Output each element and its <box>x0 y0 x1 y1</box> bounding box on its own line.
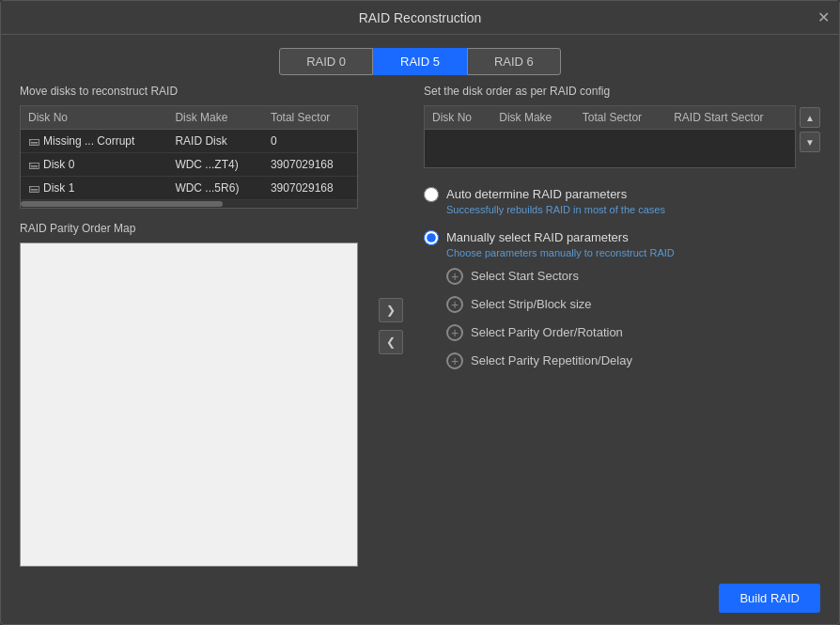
row1-diskmake: WDC ...ZT4) <box>167 153 263 177</box>
tab-raid6[interactable]: RAID 6 <box>467 48 561 75</box>
option-parity-order-label: Select Parity Order/Rotation <box>471 325 623 339</box>
content-area: Move disks to reconstruct RAID Disk No D… <box>1 85 839 576</box>
table-row[interactable]: 🖴Disk 1 WDC ...5R6) 3907029168 <box>21 177 357 200</box>
auto-radio-input[interactable] <box>424 187 439 202</box>
option-start-sectors-label: Select Start Sectors <box>471 269 579 283</box>
title-bar: RAID Reconstruction ✕ <box>1 1 839 35</box>
left-col-diskmake: Disk Make <box>167 106 263 130</box>
build-raid-button[interactable]: Build RAID <box>719 584 820 613</box>
manual-radio-group: Manually select RAID parameters Choose p… <box>424 230 820 369</box>
auto-radio-row: Auto determine RAID parameters <box>424 187 820 202</box>
transfer-arrows: ❯ ❮ <box>377 85 405 567</box>
auto-radio-label: Auto determine RAID parameters <box>446 187 627 201</box>
left-disk-table: Disk No Disk Make Total Sector 🖴Missing … <box>21 106 357 200</box>
right-col-diskno: Disk No <box>425 106 491 130</box>
right-col-diskmake: Disk Make <box>491 106 574 130</box>
plus-icon-start-sectors: + <box>446 268 463 285</box>
close-button[interactable]: ✕ <box>817 10 830 25</box>
expand-options: + Select Start Sectors + Select Strip/Bl… <box>446 268 820 369</box>
tabs-row: RAID 0 RAID 5 RAID 6 <box>1 35 839 85</box>
right-disk-table: Disk No Disk Make Total Sector RAID Star… <box>425 106 795 167</box>
manual-radio-row: Manually select RAID parameters <box>424 230 820 245</box>
parity-order-label: RAID Parity Order Map <box>20 222 358 235</box>
scrollbar-thumb <box>21 201 223 207</box>
row0-totalsector: 0 <box>263 130 357 153</box>
option-parity-order[interactable]: + Select Parity Order/Rotation <box>446 324 820 341</box>
right-disk-table-container: Disk No Disk Make Total Sector RAID Star… <box>424 105 796 168</box>
manual-radio-input[interactable] <box>424 230 439 245</box>
option-strip-block-label: Select Strip/Block size <box>471 297 592 311</box>
plus-icon-parity-repetition: + <box>446 352 463 369</box>
auto-radio-group: Auto determine RAID parameters Successfu… <box>424 187 820 215</box>
option-start-sectors[interactable]: + Select Start Sectors <box>446 268 820 285</box>
right-col-startsector: RAID Start Sector <box>666 106 795 130</box>
main-window: RAID Reconstruction ✕ RAID 0 RAID 5 RAID… <box>0 0 840 625</box>
tab-raid0[interactable]: RAID 0 <box>279 48 373 75</box>
row2-diskmake: WDC ...5R6) <box>167 177 263 200</box>
bottom-bar: Build RAID <box>1 576 839 624</box>
option-parity-repetition[interactable]: + Select Parity Repetition/Delay <box>446 352 820 369</box>
disk-icon: 🖴 <box>28 134 39 148</box>
left-col-diskno: Disk No <box>21 106 167 130</box>
row0-diskno: 🖴Missing ... Corrupt <box>21 130 167 153</box>
table-row[interactable]: 🖴Disk 0 WDC ...ZT4) 3907029168 <box>21 153 357 177</box>
left-col-totalsector: Total Sector <box>263 106 357 130</box>
row2-diskno: 🖴Disk 1 <box>21 177 167 200</box>
left-section-label: Move disks to reconstruct RAID <box>20 85 358 98</box>
plus-icon-strip-block: + <box>446 296 463 313</box>
manual-radio-label: Manually select RAID parameters <box>446 230 629 244</box>
move-up-button[interactable]: ▲ <box>800 107 820 128</box>
row2-totalsector: 3907029168 <box>263 177 357 200</box>
manual-radio-sublabel: Choose parameters manually to reconstruc… <box>446 247 820 258</box>
row1-totalsector: 3907029168 <box>263 153 357 177</box>
auto-radio-sublabel: Successfully rebuilds RAID in most of th… <box>446 204 820 215</box>
parity-map-box <box>20 242 358 567</box>
option-strip-block[interactable]: + Select Strip/Block size <box>446 296 820 313</box>
right-section-label: Set the disk order as per RAID config <box>424 85 820 98</box>
move-right-button[interactable]: ❯ <box>379 298 403 322</box>
raid-parameters-section: Auto determine RAID parameters Successfu… <box>424 187 820 369</box>
move-left-button[interactable]: ❮ <box>379 330 403 354</box>
right-col-totalsector: Total Sector <box>575 106 666 130</box>
row0-diskmake: RAID Disk <box>167 130 263 153</box>
left-panel: Move disks to reconstruct RAID Disk No D… <box>20 85 358 567</box>
right-empty-row <box>425 130 795 167</box>
disk-icon: 🖴 <box>28 158 39 171</box>
right-panel: Set the disk order as per RAID config Di… <box>424 85 820 567</box>
move-down-button[interactable]: ▼ <box>800 132 820 152</box>
plus-icon-parity-order: + <box>446 324 463 341</box>
table-row[interactable]: 🖴Missing ... Corrupt RAID Disk 0 <box>21 130 357 153</box>
window-title: RAID Reconstruction <box>359 10 482 25</box>
option-parity-repetition-label: Select Parity Repetition/Delay <box>471 353 632 367</box>
disk-icon: 🖴 <box>28 181 39 195</box>
scrollbar[interactable] <box>21 200 357 208</box>
row1-diskno: 🖴Disk 0 <box>21 153 167 177</box>
left-disk-table-container: Disk No Disk Make Total Sector 🖴Missing … <box>20 105 358 209</box>
tab-raid5[interactable]: RAID 5 <box>373 48 467 75</box>
